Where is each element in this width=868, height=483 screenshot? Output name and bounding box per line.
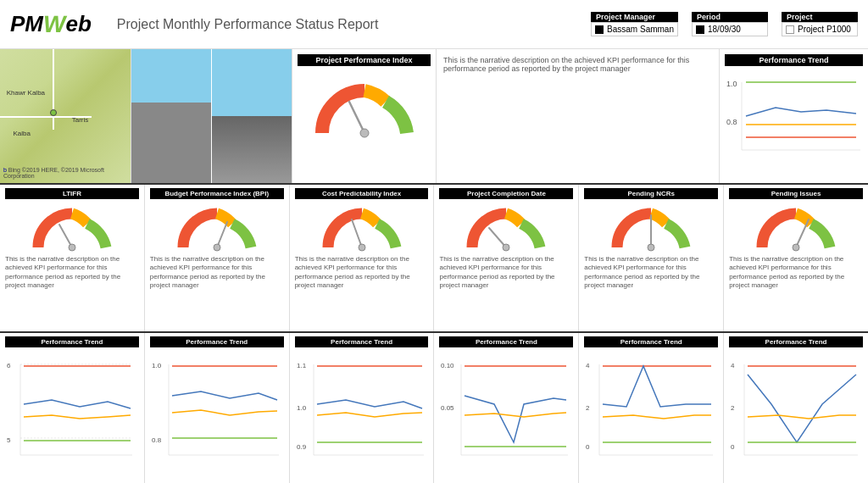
svg-point-13 — [503, 244, 509, 251]
svg-line-6 — [59, 225, 72, 247]
trend-cell-label-1: Performance Trend — [150, 336, 284, 347]
svg-text:4: 4 — [731, 362, 735, 369]
project-manager-value: Bassam Samman — [591, 22, 678, 36]
top-trend-label: Performance Trend — [725, 54, 863, 66]
trend-cell-label-4: Performance Trend — [584, 336, 718, 347]
trend-cell-4: Performance Trend 4 2 0 — [579, 333, 724, 483]
svg-point-7 — [69, 244, 75, 251]
trend-cell-label-3: Performance Trend — [439, 336, 573, 347]
trend-chart-0: 6 5 — [5, 349, 136, 468]
svg-point-11 — [359, 244, 365, 251]
svg-text:0: 0 — [586, 443, 590, 451]
trend-cell-5: Performance Trend 4 2 0 — [724, 333, 868, 483]
kpi-narrative-0: This is the narrative description on the… — [5, 255, 139, 291]
trend-cell-1: Performance Trend 1.0 0.8 — [145, 333, 290, 483]
kpi-cell-1: Budget Performance Index (BPI) This is t… — [145, 185, 290, 331]
logo: PMWeb — [10, 11, 92, 38]
svg-text:5: 5 — [7, 436, 11, 444]
photo-2 — [211, 49, 292, 183]
kpi-label-1: Budget Performance Index (BPI) — [150, 188, 284, 199]
project-manager-label: Project Manager — [591, 12, 678, 22]
kpi-cell-2: Cost Predictability Index This is the na… — [290, 185, 435, 331]
period-value: 18/09/30 — [692, 22, 768, 36]
kpi-gauge-5 — [754, 201, 838, 252]
svg-text:4: 4 — [586, 362, 590, 369]
logo-slash: W — [41, 11, 68, 38]
header-fields: Project Manager Bassam Samman Period 18/… — [591, 12, 858, 36]
project-manager-field: Project Manager Bassam Samman — [591, 12, 678, 36]
svg-text:1.1: 1.1 — [297, 362, 307, 369]
main-gauge-label: Project Performance Index — [298, 54, 431, 66]
project-label: Project — [782, 12, 858, 22]
svg-point-17 — [793, 244, 799, 251]
kpi-cell-5: Pending Issues This is the narrative des… — [724, 185, 868, 331]
trend-cell-label-2: Performance Trend — [295, 336, 429, 347]
trend-chart-2: 1.1 1.0 0.9 — [295, 349, 426, 468]
logo-web: eb — [65, 11, 91, 37]
svg-point-1 — [360, 129, 369, 137]
kpi-cell-4: Pending NCRs This is the narrative descr… — [579, 185, 724, 331]
kpi-narrative-2: This is the narrative description on the… — [295, 255, 429, 291]
kpi-narrative-5: This is the narrative description on the… — [729, 255, 863, 291]
kpi-gauge-1 — [175, 201, 259, 252]
svg-point-15 — [648, 244, 654, 251]
svg-text:0.05: 0.05 — [441, 404, 454, 412]
trend-cell-label-0: Performance Trend — [5, 336, 139, 347]
kpi-narrative-3: This is the narrative description on the… — [439, 255, 573, 291]
map-area: Khawr Kalba Kalba Tarris b Bing ©2019 HE… — [0, 49, 131, 183]
svg-text:0.8: 0.8 — [152, 436, 162, 444]
kpi-cell-0: LTIFR This is the narrative description … — [0, 185, 145, 331]
project-field: Project Project P1000 — [782, 12, 858, 36]
svg-line-10 — [352, 219, 362, 247]
kpi-gauge-0 — [30, 201, 114, 252]
svg-text:0.10: 0.10 — [441, 362, 454, 369]
kpi-label-5: Pending Issues — [729, 188, 863, 199]
top-trend-section: Performance Trend 1.0 0.8 — [720, 49, 868, 183]
svg-text:2: 2 — [586, 404, 590, 412]
report-title: Project Monthly Performance Status Repor… — [117, 17, 591, 32]
period-label: Period — [692, 12, 768, 22]
svg-line-8 — [217, 222, 227, 247]
trend-cell-2: Performance Trend 1.1 1.0 0.9 — [290, 333, 435, 483]
svg-line-12 — [489, 228, 506, 247]
svg-text:6: 6 — [7, 362, 11, 369]
kpi-label-0: LTIFR — [5, 188, 139, 199]
kpi-gauge-3 — [464, 201, 548, 252]
svg-point-9 — [214, 244, 220, 251]
logo-pm: PM — [10, 11, 43, 37]
photo-1 — [131, 49, 211, 183]
period-field: Period 18/09/30 — [692, 12, 768, 36]
svg-text:0.8: 0.8 — [726, 118, 737, 126]
period-icon — [696, 25, 704, 34]
trend-cell-label-5: Performance Trend — [729, 336, 863, 347]
svg-text:1.0: 1.0 — [152, 362, 162, 369]
pm-icon — [595, 25, 604, 34]
top-narrative: This is the narrative description on the… — [437, 49, 720, 183]
kpi-label-4: Pending NCRs — [584, 188, 718, 199]
project-value: Project P1000 — [782, 22, 858, 36]
kpi-gauge-4 — [609, 201, 693, 252]
main-gauge-section: Project Performance Index — [292, 49, 437, 183]
kpi-narrative-4: This is the narrative description on the… — [584, 255, 718, 291]
svg-line-16 — [796, 219, 809, 247]
svg-text:1.0: 1.0 — [726, 80, 737, 88]
svg-text:0: 0 — [731, 443, 735, 451]
project-icon — [786, 25, 794, 34]
trends-row: Performance Trend 6 5 Performance Trend — [0, 333, 868, 483]
kpi-cell-3: Project Completion Date This is the narr… — [434, 185, 579, 331]
main-gauge-svg — [305, 69, 424, 142]
kpi-label-2: Cost Predictability Index — [295, 188, 429, 199]
trend-chart-4: 4 2 0 — [584, 349, 715, 468]
svg-line-0 — [349, 102, 364, 133]
svg-text:0.9: 0.9 — [297, 443, 307, 451]
kpi-gauge-2 — [320, 201, 404, 252]
trend-cell-3: Performance Trend 0.10 0.05 — [434, 333, 579, 483]
svg-text:2: 2 — [731, 404, 735, 412]
kpi-row: LTIFR This is the narrative description … — [0, 185, 868, 333]
trend-cell-0: Performance Trend 6 5 — [0, 333, 145, 483]
trend-chart-1: 1.0 0.8 — [150, 349, 281, 468]
kpi-narrative-1: This is the narrative description on the… — [150, 255, 284, 291]
svg-text:1.0: 1.0 — [297, 404, 307, 412]
trend-chart-5: 4 2 0 — [729, 349, 860, 468]
photos-area — [131, 49, 292, 183]
